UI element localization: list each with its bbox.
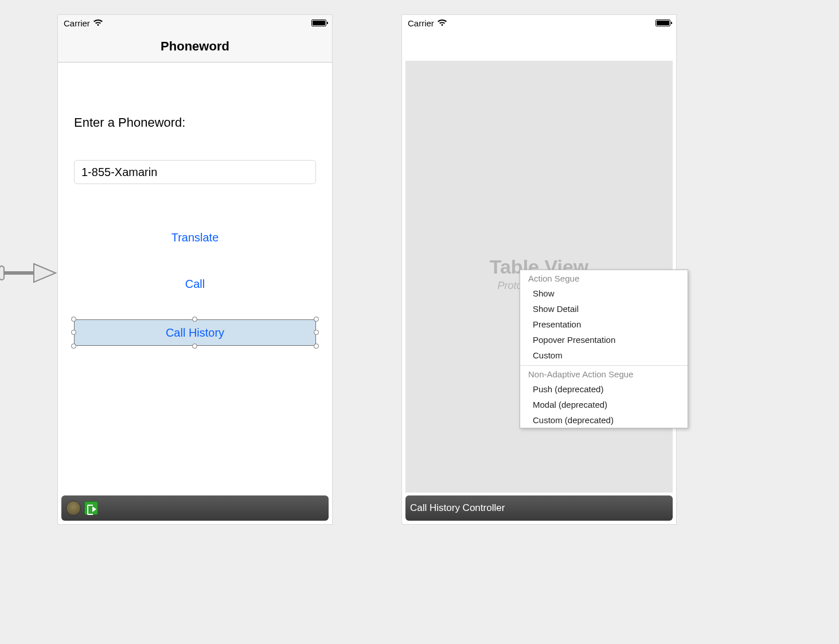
controller-label: Call History Controller — [410, 502, 505, 514]
menu-section-action-segue: Action Segue — [520, 270, 688, 286]
exit-icon[interactable] — [84, 501, 98, 515]
segue-context-menu: Action Segue Show Show Detail Presentati… — [520, 270, 688, 428]
call-button[interactable]: Call — [74, 278, 316, 291]
scene-dock[interactable] — [61, 495, 329, 521]
resize-handle[interactable] — [314, 330, 319, 335]
resize-handle[interactable] — [71, 317, 76, 322]
phoneword-input[interactable]: 1-855-Xamarin — [74, 160, 316, 184]
battery-icon — [655, 19, 670, 26]
phoneword-input-value: 1-855-Xamarin — [81, 166, 157, 179]
resize-handle[interactable] — [71, 330, 76, 335]
resize-handle[interactable] — [192, 317, 197, 322]
segue-option-presentation[interactable]: Presentation — [520, 317, 688, 332]
segue-option-show-detail[interactable]: Show Detail — [520, 301, 688, 317]
nav-title: Phoneword — [161, 39, 229, 54]
phoneword-view-controller: Carrier Phoneword Enter a Phoneword: 1-8… — [57, 14, 333, 525]
wifi-icon — [93, 19, 103, 26]
enter-phoneword-label: Enter a Phoneword: — [74, 115, 316, 130]
segue-option-push-deprecated[interactable]: Push (deprecated) — [520, 381, 688, 397]
resize-handle[interactable] — [314, 344, 319, 349]
carrier-label: Carrier — [64, 18, 90, 28]
navigation-bar: Phoneword — [58, 31, 332, 63]
menu-section-non-adaptive: Non-Adaptive Action Segue — [520, 366, 688, 381]
storyboard-entry-arrow[interactable] — [0, 258, 57, 287]
segue-option-custom[interactable]: Custom — [520, 348, 688, 363]
wifi-icon — [438, 19, 447, 26]
status-bar: Carrier — [58, 15, 332, 31]
resize-handle[interactable] — [71, 344, 76, 349]
svg-rect-0 — [0, 266, 4, 280]
segue-option-custom-deprecated[interactable]: Custom (deprecated) — [520, 412, 688, 428]
call-history-button-selection[interactable]: Call History — [74, 319, 316, 346]
svg-marker-2 — [34, 264, 56, 282]
segue-option-popover-presentation[interactable]: Popover Presentation — [520, 332, 688, 348]
view-controller-icon[interactable] — [66, 501, 81, 516]
scene-dock[interactable]: Call History Controller — [405, 495, 673, 521]
segue-option-modal-deprecated[interactable]: Modal (deprecated) — [520, 397, 688, 412]
translate-button[interactable]: Translate — [74, 231, 316, 244]
battery-icon — [311, 19, 326, 26]
resize-handle[interactable] — [192, 344, 197, 349]
resize-handle[interactable] — [314, 317, 319, 322]
carrier-label: Carrier — [408, 18, 434, 28]
segue-option-show[interactable]: Show — [520, 286, 688, 301]
status-bar: Carrier — [402, 15, 676, 31]
call-history-button[interactable]: Call History — [74, 319, 316, 346]
